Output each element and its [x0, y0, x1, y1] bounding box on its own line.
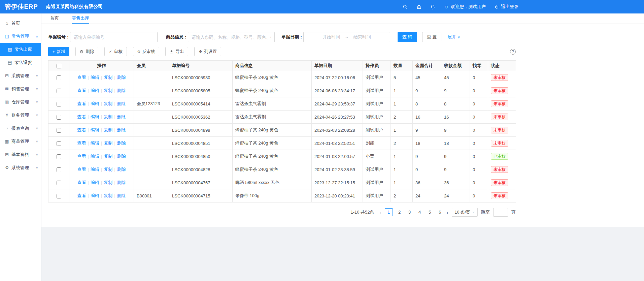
row-action-delete[interactable]: 删除	[117, 193, 126, 198]
row-action-view[interactable]: 查看	[77, 101, 86, 106]
row-action-view[interactable]: 查看	[77, 88, 86, 93]
sidebar-item-retail-return[interactable]: ▤零售退货	[0, 56, 41, 69]
expand-link[interactable]: 展开∨	[447, 34, 460, 40]
product-info-input[interactable]	[188, 32, 275, 42]
row-action-edit[interactable]: 编辑	[91, 75, 99, 80]
row-checkbox[interactable]	[57, 141, 61, 146]
column-settings-button[interactable]: ⚙列设置	[194, 47, 221, 56]
chevron-down-icon: ∨	[36, 100, 38, 104]
select-all-checkbox[interactable]	[57, 64, 61, 68]
search-button[interactable]: 查 询	[398, 32, 417, 42]
row-action-view[interactable]: 查看	[77, 75, 86, 80]
row-action-view[interactable]: 查看	[77, 154, 86, 159]
row-action-edit[interactable]: 编辑	[91, 101, 99, 106]
row-action-view[interactable]: 查看	[77, 127, 86, 132]
sidebar-item-basic-data[interactable]: ⊞基本资料∨	[0, 148, 41, 161]
sidebar-item-home[interactable]: ⌂首页	[0, 17, 41, 30]
sidebar-item-goods-management[interactable]: ▦商品管理∨	[0, 135, 41, 148]
sidebar-item-system-management[interactable]: ⚙系统管理∨	[0, 161, 41, 174]
cell-select	[48, 111, 69, 124]
page-button-1[interactable]: 1	[385, 208, 393, 216]
row-checkbox[interactable]	[57, 115, 61, 120]
row-action-delete[interactable]: 删除	[117, 127, 126, 132]
row-action-edit[interactable]: 编辑	[91, 114, 99, 119]
page-button-3[interactable]: 3	[406, 208, 413, 216]
tab-home[interactable]: 首页	[50, 13, 59, 24]
row-action-view[interactable]: 查看	[77, 180, 86, 185]
row-action-delete[interactable]: 删除	[117, 88, 126, 93]
row-action-edit[interactable]: 编辑	[91, 140, 99, 146]
row-action-edit[interactable]: 编辑	[91, 154, 99, 159]
delete-button[interactable]: 删除	[75, 47, 98, 56]
page-button-6[interactable]: 6	[437, 208, 443, 216]
row-action-edit[interactable]: 编辑	[91, 180, 99, 185]
sidebar-item-purchase-management[interactable]: ⊟采购管理∨	[0, 69, 41, 82]
row-action-copy[interactable]: 复制	[104, 167, 112, 172]
sidebar-item-retail-management[interactable]: ◫零售管理∧	[0, 30, 41, 43]
notification-bell-icon[interactable]	[430, 4, 435, 9]
page-button-5[interactable]: 5	[427, 208, 433, 216]
row-checkbox[interactable]	[57, 75, 61, 80]
row-action-copy[interactable]: 复制	[104, 75, 112, 80]
jump-page-input[interactable]	[493, 208, 508, 217]
welcome-user[interactable]: ☺欢迎您，测试用户	[444, 4, 486, 10]
search-icon[interactable]	[403, 4, 408, 9]
cell-status: 未审核	[488, 137, 516, 150]
home-portal-icon[interactable]	[416, 4, 421, 9]
page-size-select[interactable]: 10 条/页 ∨	[452, 208, 478, 217]
sidebar-item-sales-management[interactable]: ⊠销售管理∨	[0, 82, 41, 95]
chevron-down-icon: ∨	[36, 87, 38, 91]
sidebar-item-warehouse-management[interactable]: ▥仓库管理∨	[0, 95, 41, 108]
row-action-copy[interactable]: 复制	[104, 140, 112, 146]
row-checkbox[interactable]	[57, 102, 61, 106]
audit-button[interactable]: ✓审核	[104, 47, 127, 56]
row-checkbox[interactable]	[57, 154, 61, 159]
row-action-copy[interactable]: 复制	[104, 114, 112, 119]
next-page-button[interactable]: ›	[447, 210, 448, 215]
row-action-copy[interactable]: 复制	[104, 127, 112, 132]
row-action-delete[interactable]: 删除	[117, 114, 126, 119]
row-checkbox[interactable]	[57, 181, 61, 185]
row-action-edit[interactable]: 编辑	[91, 88, 99, 93]
row-action-delete[interactable]: 删除	[117, 75, 126, 80]
page-button-4[interactable]: 4	[416, 208, 423, 216]
export-button[interactable]: 导出	[165, 47, 188, 56]
page-button-2[interactable]: 2	[396, 208, 403, 216]
row-action-delete[interactable]: 删除	[117, 167, 126, 172]
doc-no-input[interactable]	[70, 32, 158, 42]
row-action-view[interactable]: 查看	[77, 167, 86, 172]
cell-doc-date: 2023-12-20 00:23:41	[312, 189, 363, 202]
row-action-view[interactable]: 查看	[77, 193, 86, 198]
logout-button[interactable]: 退出登录	[495, 4, 518, 10]
add-button[interactable]: +新增	[48, 47, 69, 56]
tab-retail-outbound[interactable]: 零售出库	[72, 13, 89, 24]
sidebar-item-retail-outbound[interactable]: ▤零售出库	[0, 43, 41, 56]
reset-button[interactable]: 重 置	[422, 32, 442, 42]
sidebar-item-finance-management[interactable]: ¥财务管理∨	[0, 108, 41, 122]
row-action-edit[interactable]: 编辑	[91, 167, 99, 172]
row-action-view[interactable]: 查看	[77, 140, 86, 146]
row-checkbox[interactable]	[57, 128, 61, 133]
row-action-copy[interactable]: 复制	[104, 154, 112, 159]
row-action-edit[interactable]: 编辑	[91, 127, 99, 132]
row-action-copy[interactable]: 复制	[104, 101, 112, 106]
row-action-delete[interactable]: 删除	[117, 180, 126, 185]
row-action-delete[interactable]: 删除	[117, 101, 126, 106]
sidebar-item-report-query[interactable]: ◔报表查询∨	[0, 122, 41, 135]
row-action-copy[interactable]: 复制	[104, 193, 112, 198]
row-action-view[interactable]: 查看	[77, 114, 86, 119]
row-action-edit[interactable]: 编辑	[91, 193, 99, 198]
row-checkbox[interactable]	[57, 89, 61, 93]
row-action-copy[interactable]: 复制	[104, 88, 112, 93]
row-action-delete[interactable]: 删除	[117, 154, 126, 159]
row-checkbox[interactable]	[57, 167, 61, 172]
date-range-picker[interactable]: 开始时间 ~ 结束时间	[303, 32, 390, 42]
cell-quantity: 1	[391, 124, 413, 137]
row-action-copy[interactable]: 复制	[104, 180, 112, 185]
help-icon[interactable]: ?	[510, 49, 516, 55]
row-checkbox[interactable]	[57, 194, 61, 198]
status-badge: 未审核	[491, 74, 508, 81]
prev-page-button[interactable]: ‹	[380, 210, 381, 215]
row-action-delete[interactable]: 删除	[117, 140, 126, 146]
unaudit-button[interactable]: ⊘反审核	[133, 47, 160, 56]
